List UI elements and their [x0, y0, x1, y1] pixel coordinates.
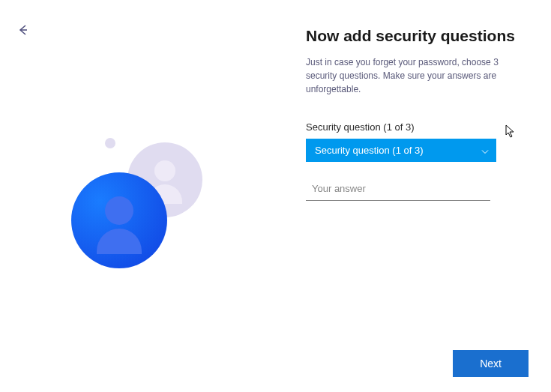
answer-input[interactable] [306, 177, 490, 201]
field-label: Security question (1 of 3) [306, 121, 531, 133]
back-arrow-icon [16, 24, 28, 36]
avatar-illustration [45, 120, 240, 315]
page-title: Now add security questions [306, 27, 531, 45]
back-button[interactable] [13, 21, 31, 39]
page-description: Just in case you forget your password, c… [306, 55, 501, 96]
select-value: Security question (1 of 3) [315, 145, 424, 156]
next-button[interactable]: Next [453, 350, 529, 377]
security-question-select[interactable]: Security question (1 of 3) [306, 139, 496, 162]
content-panel: Now add security questions Just in case … [306, 27, 531, 201]
chevron-down-icon [481, 145, 489, 156]
